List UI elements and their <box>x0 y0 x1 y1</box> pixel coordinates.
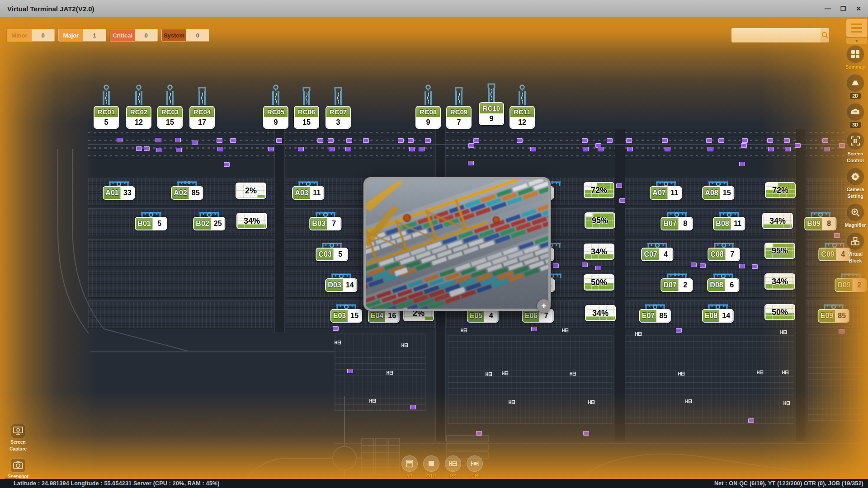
rc-crane-RC10[interactable]: RC109 <box>479 80 504 125</box>
truck-marker <box>217 147 223 151</box>
rc-crane-RC04[interactable]: RC0417 <box>189 84 215 129</box>
truck-marker <box>767 138 773 143</box>
yard-truck-icon <box>405 459 415 469</box>
screen-control-icon <box>850 136 861 146</box>
truck-marker <box>176 148 182 152</box>
menu-collapse-button[interactable]: ▼ <box>846 38 867 44</box>
occupancy-badge[interactable]: 34% <box>236 213 267 229</box>
alarm-critical[interactable]: Critical0 <box>110 29 158 42</box>
occupancy-badge[interactable]: 95% <box>764 243 795 259</box>
block-badge-C03[interactable]: C035 <box>316 248 348 261</box>
block-badge-E07[interactable]: E0785 <box>639 309 671 323</box>
sidebar-item-label: Screen <box>847 151 863 157</box>
occupancy-badge[interactable]: 34% <box>764 273 795 290</box>
toolbar-item-rs[interactable]: RS <box>444 455 462 479</box>
toolbar-item-eh[interactable]: EH <box>466 455 484 479</box>
camera-popup[interactable] <box>363 177 551 311</box>
sidebar-item-2d[interactable]: 2D <box>846 74 864 99</box>
block-badge-D07[interactable]: D072 <box>660 278 693 292</box>
rc-crane-RC08[interactable]: RC089 <box>415 84 441 129</box>
occupancy-percent: 50% <box>585 275 613 290</box>
search-button[interactable] <box>821 28 829 42</box>
occupancy-badge[interactable]: 50% <box>764 304 795 320</box>
popup-zoom-button[interactable]: + <box>537 299 551 313</box>
block-badge-E04[interactable]: E0416 <box>368 309 400 323</box>
rc-crane-RC02[interactable]: RC0212 <box>126 84 151 129</box>
block-badge-A02[interactable]: A0285 <box>171 186 203 200</box>
sidebar-item-virtual-block[interactable]: VirtualBlock <box>846 232 864 264</box>
block-badge-A03[interactable]: A0311 <box>292 186 324 200</box>
sidebar-item-magnifier[interactable]: Magnifier <box>845 203 866 228</box>
occupancy-badge[interactable]: 72% <box>584 182 614 198</box>
rc-crane-RC01[interactable]: RC015 <box>94 84 119 129</box>
block-badge-C07[interactable]: C074 <box>641 248 673 261</box>
handler-icon <box>369 397 376 405</box>
block-count: 85 <box>189 187 203 199</box>
occupancy-badge[interactable]: 72% <box>765 182 796 198</box>
sidebar-item-screen-control[interactable]: ScreenControl <box>846 132 864 164</box>
alarm-system[interactable]: System0 <box>161 29 209 42</box>
alarm-major[interactable]: Major1 <box>58 29 106 42</box>
virtual-block-icon <box>850 236 861 247</box>
block-count: 7 <box>327 218 341 230</box>
toolbar-item-yt[interactable]: YT <box>401 455 419 479</box>
block-badge-A08[interactable]: A0815 <box>702 186 734 200</box>
rc-crane-RC09[interactable]: RC097 <box>446 84 472 129</box>
handler-icon <box>780 328 787 336</box>
block-badge-E05[interactable]: E054 <box>467 309 499 323</box>
occupancy-percent: 72% <box>585 183 613 197</box>
block-id-label: C03 <box>316 249 333 260</box>
sidebar-item-summary[interactable]: Summay <box>845 45 865 70</box>
truck-marker <box>665 147 670 151</box>
block-badge-C08[interactable]: C087 <box>708 248 740 261</box>
sidebar-item-3d[interactable]: 3D <box>846 103 864 128</box>
block-count: 25 <box>211 218 225 230</box>
chevron-down-icon: ▼ <box>855 39 859 43</box>
block-badge-B01[interactable]: B015 <box>135 217 167 230</box>
rc-crane-RC03[interactable]: RC0315 <box>157 84 183 129</box>
rc-crane-RC07[interactable]: RC073 <box>326 84 351 129</box>
left-tool-screen-capture-button[interactable] <box>11 424 25 438</box>
close-button[interactable]: ✕ <box>852 3 865 14</box>
occupancy-badge[interactable]: 34% <box>584 244 614 260</box>
occupancy-badge[interactable]: 95% <box>585 212 615 229</box>
occupancy-badge[interactable]: 50% <box>584 274 614 291</box>
block-id-label: B07 <box>661 218 678 230</box>
search-input[interactable] <box>731 28 821 42</box>
block-badge-B07[interactable]: B078 <box>660 217 693 230</box>
rc-crane-RC05[interactable]: RC059 <box>263 84 288 129</box>
minimize-button[interactable]: — <box>821 3 835 14</box>
quay-crane-icon <box>267 84 285 106</box>
block-badge-B02[interactable]: B0225 <box>193 217 225 230</box>
sidebar-item-camera-setting[interactable]: CameraSetting <box>846 168 864 199</box>
block-badge-E03[interactable]: E0315 <box>330 309 362 323</box>
block-badge-D09[interactable]: D092 <box>835 278 867 292</box>
rc-badge: RC089 <box>415 106 441 129</box>
rc-id-label: RC07 <box>326 107 350 117</box>
block-badge-B08[interactable]: B0811 <box>713 217 745 230</box>
block-badge-D03[interactable]: D0314 <box>325 278 357 292</box>
block-badge-D08[interactable]: D086 <box>707 278 739 292</box>
alarm-minor[interactable]: Minor0 <box>7 29 55 42</box>
block-badge-B09[interactable]: B098 <box>804 217 836 230</box>
occupancy-badge[interactable]: 34% <box>585 305 616 321</box>
empty-handler-icon <box>470 459 480 469</box>
occupancy-badge[interactable]: 34% <box>762 213 793 229</box>
block-badge-E06[interactable]: E067 <box>522 309 554 323</box>
toolbar-item-otr[interactable]: OTR <box>422 455 440 479</box>
truck-marker <box>425 138 431 143</box>
menu-button[interactable] <box>846 19 867 37</box>
block-badge-A01[interactable]: A0133 <box>103 186 135 200</box>
block-count: 85 <box>835 310 849 322</box>
block-badge-E09[interactable]: E0985 <box>818 309 849 323</box>
block-badge-B03[interactable]: B037 <box>309 217 341 230</box>
occupancy-badge[interactable]: 2% <box>236 183 266 199</box>
rc-crane-RC11[interactable]: RC1112 <box>509 84 535 129</box>
block-badge-E08[interactable]: E0814 <box>702 309 734 323</box>
block-count: 8 <box>822 218 836 230</box>
rc-crane-RC06[interactable]: RC0615 <box>294 84 319 129</box>
block-badge-A07[interactable]: A0711 <box>650 186 682 200</box>
left-tool-snapshot-button[interactable] <box>11 458 25 473</box>
maximize-button[interactable]: ❐ <box>836 3 850 14</box>
toolbar-circle <box>445 455 461 472</box>
